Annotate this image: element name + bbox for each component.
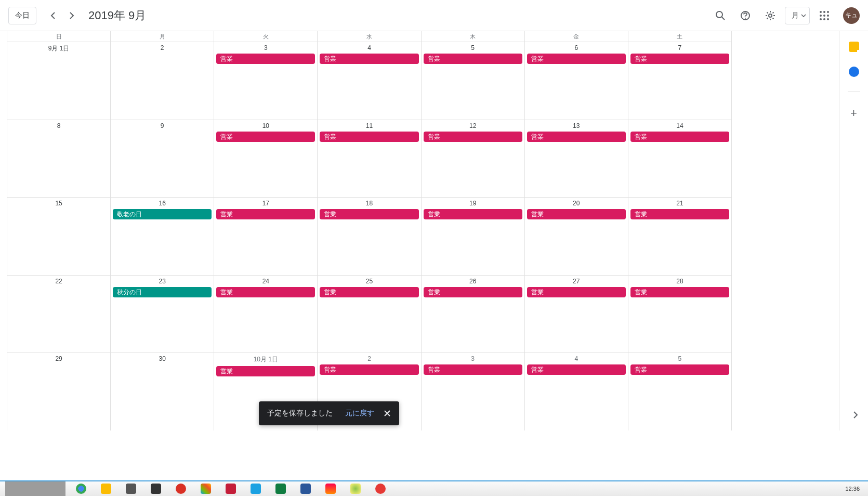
day-cell[interactable]: 5営業 [628, 353, 731, 430]
day-cell[interactable]: 6営業 [525, 42, 628, 120]
day-cell[interactable]: 15 [7, 198, 111, 275]
business-event[interactable]: 営業 [527, 287, 626, 297]
excel-icon[interactable] [275, 484, 286, 494]
day-number[interactable]: 3 [214, 44, 317, 51]
app-icon-3[interactable] [151, 484, 161, 494]
day-cell[interactable]: 26営業 [422, 276, 525, 353]
day-cell[interactable]: 3営業 [214, 42, 318, 120]
day-cell[interactable]: 12営業 [422, 120, 525, 198]
business-event[interactable]: 営業 [216, 132, 315, 142]
side-panel-toggle[interactable] [847, 407, 864, 423]
day-number[interactable]: 9 [111, 122, 214, 129]
business-event[interactable]: 営業 [527, 364, 626, 375]
business-event[interactable]: 営業 [630, 54, 729, 64]
day-cell[interactable]: 8 [7, 120, 111, 198]
app-icon-6[interactable] [251, 484, 261, 494]
business-event[interactable]: 営業 [527, 54, 626, 64]
day-cell[interactable]: 4営業 [318, 42, 421, 120]
today-button[interactable]: 今日 [8, 7, 36, 24]
day-cell[interactable]: 17営業 [214, 198, 318, 275]
day-number[interactable]: 21 [628, 200, 731, 207]
word-icon[interactable] [300, 484, 311, 494]
day-number[interactable]: 30 [111, 355, 214, 362]
day-cell[interactable]: 24営業 [214, 276, 318, 353]
day-number[interactable]: 12 [422, 122, 524, 129]
app-icon-9[interactable] [375, 484, 386, 494]
day-number[interactable]: 29 [7, 355, 110, 362]
day-number[interactable]: 13 [525, 122, 628, 129]
day-number[interactable]: 28 [628, 278, 731, 285]
day-cell[interactable]: 4営業 [525, 353, 628, 430]
prev-month-button[interactable] [45, 7, 61, 24]
day-cell[interactable]: 19営業 [422, 198, 525, 275]
business-event[interactable]: 営業 [630, 209, 729, 219]
holiday-event[interactable]: 敬老の日 [113, 209, 212, 219]
business-event[interactable]: 営業 [424, 132, 522, 142]
taskbar-running-app[interactable] [5, 481, 65, 496]
day-number[interactable]: 8 [7, 122, 110, 129]
business-event[interactable]: 営業 [320, 209, 418, 219]
day-number[interactable]: 25 [318, 278, 420, 285]
day-number[interactable]: 27 [525, 278, 628, 285]
day-cell[interactable]: 9 [111, 120, 214, 198]
day-number[interactable]: 3 [422, 355, 524, 362]
day-cell[interactable]: 18営業 [318, 198, 421, 275]
business-event[interactable]: 営業 [424, 364, 522, 375]
day-cell[interactable]: 10営業 [214, 120, 318, 198]
business-event[interactable]: 営業 [527, 209, 626, 219]
business-event[interactable]: 営業 [630, 132, 729, 142]
day-number[interactable]: 4 [318, 44, 420, 51]
day-number[interactable]: 18 [318, 200, 420, 207]
business-event[interactable]: 営業 [527, 132, 626, 142]
day-cell[interactable]: 28営業 [628, 276, 731, 353]
business-event[interactable]: 営業 [216, 366, 315, 376]
day-cell[interactable]: 30 [111, 353, 214, 430]
holiday-event[interactable]: 秋分の日 [113, 287, 212, 297]
view-select[interactable]: 月 [785, 7, 810, 24]
day-number[interactable]: 2 [111, 44, 214, 51]
app-icon-4[interactable] [176, 484, 186, 494]
day-number[interactable]: 11 [318, 122, 420, 129]
app-icon-7[interactable] [325, 484, 336, 494]
day-cell[interactable]: 29 [7, 353, 111, 430]
business-event[interactable]: 営業 [630, 287, 729, 297]
app-icon-5[interactable] [226, 484, 236, 494]
taskbar-clock[interactable]: 12:36 [845, 486, 863, 492]
account-avatar[interactable]: キュ [843, 7, 860, 24]
tasks-icon[interactable] [849, 67, 859, 77]
day-cell[interactable]: 7営業 [628, 42, 731, 120]
day-number[interactable]: 22 [7, 278, 110, 285]
business-event[interactable]: 営業 [424, 209, 522, 219]
day-number[interactable]: 10 [214, 122, 317, 129]
business-event[interactable]: 営業 [216, 54, 315, 64]
chrome-icon[interactable] [76, 484, 86, 494]
toast-undo-button[interactable]: 元に戻す [345, 409, 374, 418]
day-cell[interactable]: 27営業 [525, 276, 628, 353]
help-button[interactable] [735, 5, 756, 26]
business-event[interactable]: 営業 [216, 287, 315, 297]
day-number[interactable]: 14 [628, 122, 731, 129]
day-number[interactable]: 16 [111, 200, 214, 207]
business-event[interactable]: 営業 [320, 54, 418, 64]
day-cell[interactable]: 5営業 [422, 42, 525, 120]
day-number[interactable]: 24 [214, 278, 317, 285]
day-number[interactable]: 6 [525, 44, 628, 51]
next-month-button[interactable] [63, 7, 80, 24]
day-cell[interactable]: 22 [7, 276, 111, 353]
day-cell[interactable]: 14営業 [628, 120, 731, 198]
business-event[interactable]: 営業 [424, 54, 522, 64]
day-number[interactable]: 5 [628, 355, 731, 362]
day-cell[interactable]: 11営業 [318, 120, 421, 198]
app-icon-2[interactable] [126, 484, 136, 494]
day-cell[interactable]: 2 [111, 42, 214, 120]
business-event[interactable]: 営業 [216, 209, 315, 219]
keep-icon[interactable] [849, 42, 859, 52]
app-icon-1[interactable] [101, 484, 111, 494]
day-cell[interactable]: 20営業 [525, 198, 628, 275]
add-addon-button[interactable]: + [850, 107, 857, 120]
day-number[interactable]: 5 [422, 44, 524, 51]
day-number[interactable]: 4 [525, 355, 628, 362]
app-icon-8[interactable] [350, 484, 361, 494]
toast-close-button[interactable] [384, 410, 391, 417]
business-event[interactable]: 営業 [424, 287, 522, 297]
